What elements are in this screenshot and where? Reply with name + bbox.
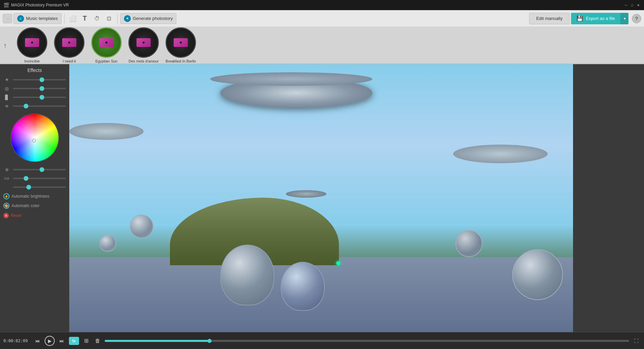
effects-title: Effects (3, 68, 66, 73)
window-controls: ─ □ ✕ (624, 3, 641, 7)
edit-manually-button[interactable]: Edit manually (529, 13, 570, 24)
vinyl-ineedit (54, 27, 84, 58)
progress-fill (105, 340, 209, 342)
contrast-slider[interactable] (13, 88, 66, 89)
export-button[interactable]: 💾 Export as a file (571, 13, 620, 24)
scroll-up-button[interactable]: ↑ (3, 42, 7, 49)
sphere-small-1 (130, 215, 153, 238)
layout-button[interactable]: ⊞ (82, 336, 91, 345)
vinyl-desmots (128, 27, 159, 58)
separator-2 (117, 14, 118, 24)
sphere-small-2 (99, 235, 116, 252)
vinyl-egyptiansun (91, 27, 122, 58)
spaceship-4 (286, 190, 326, 198)
separator-1 (64, 14, 65, 24)
extra-slider-1[interactable] (13, 169, 66, 170)
forward-button[interactable]: ⏭ (57, 336, 66, 345)
progress-bar[interactable] (105, 340, 629, 342)
music-item-invincible[interactable]: Invincible (17, 27, 47, 63)
main-layout: Effects ☀ ◎ ▊ ≋ (0, 64, 644, 332)
contrast-row: ◎ (3, 85, 66, 92)
maximize-button[interactable]: □ (630, 3, 635, 7)
crop-icon[interactable]: ⊡ (104, 13, 115, 24)
extra-slider-1-row: ⊞ (3, 166, 66, 173)
auto-color-icon: 🎨 (3, 203, 9, 209)
play-button[interactable]: ▶ (45, 336, 55, 346)
vinyl-label-desmots (137, 38, 151, 47)
export-dropdown-button[interactable]: ▾ (620, 13, 628, 24)
delete-button[interactable]: 🗑 (93, 336, 102, 345)
square-icon[interactable]: ⬜ (67, 13, 78, 24)
music-templates-button[interactable]: ♪ Music templates (14, 13, 61, 24)
auto-color-button[interactable]: 🎨 Automatic color (3, 202, 66, 209)
effects-panel: Effects ☀ ◎ ▊ ≋ (0, 64, 69, 332)
sphere-large (220, 245, 274, 305)
clock-icon[interactable]: ⏱ (92, 13, 102, 24)
spaceship-2 (69, 123, 144, 140)
hdr-icon: hdr (3, 175, 10, 182)
vinyl-label-egyptiansun (99, 38, 114, 47)
app-title: MAGIX Photostory Premium VR (11, 3, 69, 7)
back-button[interactable]: ◀ (3, 14, 12, 23)
extra-slider-2-row (3, 184, 66, 191)
extra-icon-1: ⊞ (3, 166, 10, 173)
vinyl-label-breakfast (174, 38, 188, 47)
fx-button[interactable]: fx (69, 337, 79, 345)
vinyl-name-invincible: Invincible (24, 59, 40, 63)
toolbar: ◀ ♪ Music templates ⬜ T ⏱ ⊡ ✦ Generate p… (0, 10, 644, 27)
extra-slider-2[interactable] (13, 186, 66, 188)
title-bar-left: 🎬 MAGIX Photostory Premium VR (3, 2, 69, 8)
generate-label: Generate photostory (133, 16, 173, 21)
auto-brightness-label: Automatic brightness (11, 194, 49, 199)
vinyl-label-ineedit (62, 38, 76, 47)
brightness-icon: ☀ (3, 76, 10, 83)
sphere-mid-right (455, 230, 482, 257)
generate-icon: ✦ (124, 15, 131, 22)
right-sidebar (573, 64, 644, 332)
music-item-breakfast[interactable]: Breakfast In Berlin (166, 27, 196, 63)
extra-icon-2 (3, 184, 10, 191)
fullscreen-icon[interactable]: ⛶ (632, 336, 641, 345)
music-item-ineedit[interactable]: I need it (54, 27, 84, 63)
text-icon[interactable]: T (79, 13, 90, 24)
music-templates-label: Music templates (26, 16, 58, 21)
vinyl-invincible (17, 27, 47, 58)
title-bar: 🎬 MAGIX Photostory Premium VR ─ □ ✕ (0, 0, 644, 10)
generate-photostory-button[interactable]: ✦ Generate photostory (120, 13, 177, 24)
reset-button[interactable]: ✕ Reset (3, 213, 66, 218)
reset-icon: ✕ (3, 213, 9, 218)
vinyl-label-invincible (25, 38, 39, 47)
rewind-button[interactable]: ⏮ (33, 336, 42, 345)
spaceship-1-top (210, 72, 372, 86)
reset-label: Reset (11, 213, 21, 218)
close-button[interactable]: ✕ (636, 3, 641, 7)
contrast-icon: ◎ (3, 85, 10, 92)
export-group: 💾 Export as a file ▾ (571, 13, 628, 24)
sphere-right (512, 249, 563, 300)
music-item-egyptiansun[interactable]: Egyptian Sun (91, 27, 122, 63)
saturation-row: ▊ (3, 94, 66, 101)
music-icon: ♪ (17, 15, 24, 22)
auto-brightness-button[interactable]: ⚡ Automatic brightness (3, 193, 66, 200)
music-item-desmots[interactable]: Des mots d'amour (128, 27, 159, 63)
noise-icon: ≋ (3, 103, 10, 109)
auto-brightness-icon: ⚡ (3, 193, 9, 199)
brightness-slider[interactable] (13, 79, 66, 80)
color-wheel-container[interactable] (3, 114, 66, 161)
color-wheel-dot (32, 139, 36, 142)
vinyl-name-desmots: Des mots d'amour (129, 59, 159, 63)
bottom-icons: ⛶ (632, 336, 641, 345)
color-wheel[interactable] (11, 114, 58, 161)
music-templates-area: ↑ Invincible I need it Egyptian Sun Des … (0, 27, 644, 64)
noise-row: ≋ (3, 103, 66, 109)
help-button[interactable]: ? (632, 14, 641, 23)
bottom-bar: 0:00:02:09 ⏮ ▶ ⏭ fx ⊞ 🗑 ⛶ (0, 332, 644, 349)
vinyl-name-egyptiansun: Egyptian Sun (95, 59, 117, 63)
noise-slider[interactable] (13, 105, 66, 107)
spaceship-3 (453, 145, 548, 163)
minimize-button[interactable]: ─ (624, 3, 628, 7)
hdr-slider[interactable] (13, 178, 66, 179)
saturation-slider[interactable] (13, 97, 66, 98)
saturation-icon: ▊ (3, 94, 10, 101)
progress-thumb (207, 339, 212, 343)
